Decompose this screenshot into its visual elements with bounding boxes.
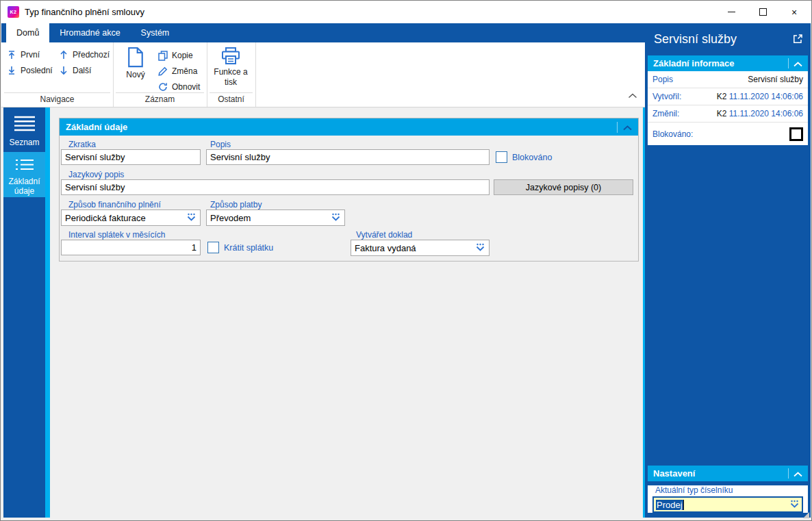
vytvaret-doklad-label: Vytvářet doklad — [356, 230, 412, 240]
left-sidebar: Seznam Základní údaje — [3, 107, 45, 518]
kratit-splatku-checkbox[interactable] — [207, 242, 219, 253]
popis-label: Popis — [210, 140, 231, 149]
window-controls: × — [715, 1, 810, 23]
minimize-button[interactable] — [715, 1, 747, 23]
zkratka-label: Zkratka — [68, 140, 96, 149]
maximize-button[interactable] — [747, 1, 778, 23]
minimize-icon — [728, 12, 735, 12]
right-panel: Servisní služby Základní informace Popis… — [645, 25, 811, 519]
status-strip — [1, 518, 811, 520]
change-button[interactable]: Změna — [158, 64, 197, 79]
vytvoril-datetime: 11.11.2020 14:06:06 — [729, 92, 803, 101]
zpusob-plneni-value: Periodická fakturace — [65, 213, 186, 223]
last-button[interactable]: Poslední — [7, 63, 53, 78]
window-title: Typ finančního plnění smlouvy — [25, 1, 144, 23]
aktualni-typ-label: Aktuální typ číselníku — [655, 485, 808, 495]
arrow-to-top-icon — [7, 50, 16, 60]
refresh-label: Obnovit — [172, 82, 200, 92]
copy-icon — [158, 51, 168, 61]
group-label-navigace: Navigace — [4, 92, 110, 106]
functions-print-label: Funkce a tisk — [210, 67, 251, 88]
k2-logo-icon[interactable]: K2 — [8, 6, 19, 18]
right-panel-title: Servisní služby — [654, 32, 737, 47]
jazykovy-popis-label: Jazykový popis — [68, 170, 124, 179]
collapse-ribbon-chevron-icon[interactable] — [628, 89, 637, 101]
dropdown-icon — [331, 213, 341, 223]
next-label: Další — [73, 66, 91, 75]
ribbon-group-navigace: První Poslední Předchozí Další Nav — [1, 42, 114, 107]
sidebar-item-seznam[interactable]: Seznam — [3, 109, 45, 152]
zpusob-platby-value: Převodem — [210, 213, 331, 223]
sidebar-item-zakladni-udaje[interactable]: Základní údaje — [3, 152, 45, 197]
info-section-header[interactable]: Základní informace — [648, 55, 808, 71]
nastaveni-section: Nastavení Aktuální typ číselníku Prodej — [648, 466, 808, 518]
copy-button[interactable]: Kopie — [158, 48, 193, 63]
open-external-icon[interactable] — [792, 34, 803, 47]
tab-system[interactable]: Systém — [131, 23, 180, 42]
collapse-section-chevron-icon[interactable] — [794, 468, 802, 480]
zpusob-platby-dropdown[interactable]: Převodem — [206, 209, 345, 226]
info-section-body: Popis Servisní služby Vytvořil: K2 11.11… — [648, 71, 808, 145]
form-panel: Základní údaje Zkratka Popis Blokováno J… — [59, 118, 639, 262]
blokovano-checkbox[interactable] — [496, 151, 507, 163]
pencil-icon — [158, 66, 168, 76]
popis-row-label: Popis — [652, 75, 673, 84]
blokovano-label: Blokováno — [512, 153, 552, 162]
kratit-splatku-label: Krátit splátku — [224, 243, 273, 253]
nastaveni-section-title: Nastavení — [653, 468, 788, 479]
aktualni-typ-dropdown[interactable]: Prodej — [652, 496, 803, 513]
nastaveni-section-body: Aktuální typ číselníku Prodej — [648, 485, 808, 513]
jazykovy-popis-input[interactable] — [61, 179, 490, 195]
zmenil-row-label: Změnil: — [652, 109, 679, 118]
list-icon — [3, 159, 45, 173]
new-button[interactable]: Nový — [120, 47, 151, 79]
first-label: První — [21, 50, 40, 60]
zmenil-datetime: 11.11.2020 14:06:06 — [729, 109, 803, 118]
sidebar-item-label: Seznam — [9, 138, 39, 147]
next-button[interactable]: Další — [59, 63, 91, 78]
form-body: Zkratka Popis Blokováno Jazykový popis J… — [60, 136, 638, 262]
resize-grip[interactable] — [803, 512, 809, 518]
interval-input[interactable] — [61, 240, 201, 255]
form-section-header[interactable]: Základní údaje — [60, 118, 638, 136]
tab-domu[interactable]: Domů — [6, 23, 49, 42]
close-button[interactable]: × — [778, 1, 810, 23]
app-window: K2 Typ finančního plnění smlouvy × Domů … — [0, 0, 812, 521]
form-section-title: Základní údaje — [66, 122, 617, 132]
arrow-to-bottom-icon — [7, 66, 16, 75]
info-row-zmenil: Změnil: K2 11.11.2020 14:06:06 — [648, 105, 808, 123]
vytvoril-user: K2 — [717, 92, 727, 101]
menu-icon — [3, 116, 45, 134]
zpusob-plneni-label: Způsob finančního plnění — [68, 200, 161, 209]
header-divider — [788, 58, 789, 68]
ribbon-group-ostatni: Funkce a tisk Ostatní — [207, 42, 256, 107]
popis-row-value: Servisní služby — [748, 75, 803, 84]
arrow-up-icon — [59, 50, 68, 60]
first-button[interactable]: První — [7, 47, 40, 62]
vytvaret-doklad-value: Faktura vydaná — [355, 243, 475, 253]
blokovano-panel-checkbox[interactable] — [789, 127, 803, 141]
popis-input[interactable] — [206, 149, 490, 165]
blokovano-row-label: Blokováno: — [652, 129, 693, 139]
interval-label: Interval splátek v měsících — [68, 230, 165, 240]
functions-print-button[interactable]: Funkce a tisk — [209, 47, 253, 88]
change-label: Změna — [172, 66, 197, 76]
previous-button[interactable]: Předchozí — [59, 47, 110, 62]
nastaveni-section-header[interactable]: Nastavení — [648, 466, 808, 481]
vytvaret-doklad-dropdown[interactable]: Faktura vydaná — [351, 240, 490, 256]
zpusob-plneni-dropdown[interactable]: Periodická fakturace — [61, 209, 201, 226]
sidebar-accent-strip — [45, 107, 50, 518]
new-document-icon — [127, 47, 144, 68]
dropdown-icon — [475, 243, 485, 253]
dropdown-icon — [186, 213, 196, 223]
new-label: Nový — [126, 70, 144, 79]
info-row-blokovano: Blokováno: — [648, 123, 808, 145]
collapse-section-chevron-icon[interactable] — [623, 121, 632, 134]
zkratka-input[interactable] — [61, 149, 201, 165]
jazykove-popisy-button[interactable]: Jazykové popisy (0) — [494, 179, 633, 195]
vytvoril-row-value: K2 11.11.2020 14:06:06 — [717, 92, 803, 101]
tab-hromadne-akce[interactable]: Hromadné akce — [49, 23, 130, 42]
collapse-section-chevron-icon[interactable] — [794, 58, 802, 70]
zmenil-user: K2 — [717, 109, 727, 118]
titlebar: K2 Typ finančního plnění smlouvy × — [1, 1, 811, 23]
